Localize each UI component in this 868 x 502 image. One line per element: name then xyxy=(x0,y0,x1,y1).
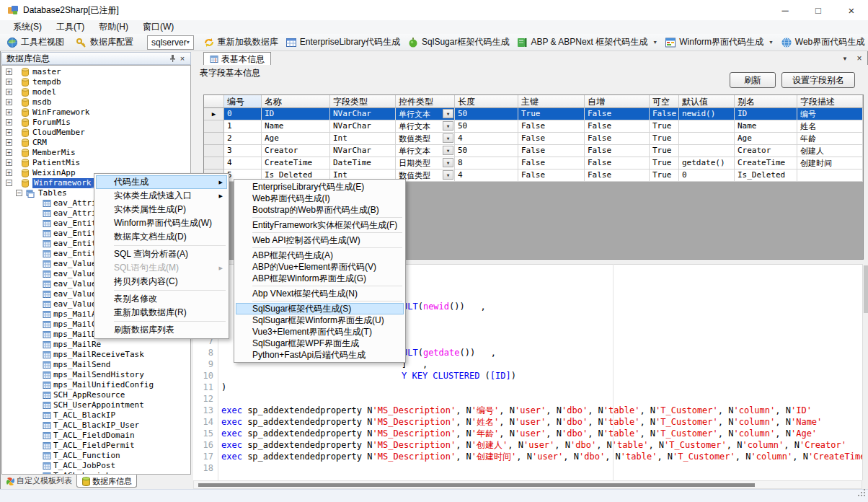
grid-cell[interactable]: 0 xyxy=(679,169,735,182)
column-header-名称[interactable]: 名称 xyxy=(262,95,330,108)
expand-icon[interactable]: + xyxy=(6,149,12,156)
column-header-默认值[interactable]: 默认值 xyxy=(679,95,735,108)
tree-node-label[interactable]: PatientMis xyxy=(32,158,80,168)
grid-cell[interactable]: False xyxy=(518,120,585,133)
context-menu-item-重新加载数据库(R)[interactable]: 重新加载数据库(R) xyxy=(96,306,227,320)
column-header-字段描述[interactable]: 字段描述 xyxy=(797,95,863,108)
tree-row[interactable]: +master xyxy=(2,67,190,77)
chevron-down-icon[interactable]: ▼ xyxy=(652,40,657,45)
grid-cell[interactable]: CreateTime xyxy=(262,157,330,169)
grid-cell[interactable]: NVarChar xyxy=(330,145,396,157)
submenu-item-ABP的Vue+Element界面代码(V)[interactable]: ABP的Vue+Element界面代码(V) xyxy=(236,261,404,273)
tree-node-label[interactable]: T_ACL_FieldPermit xyxy=(53,441,135,451)
grid-cell[interactable]: 1 xyxy=(224,120,262,133)
row-header[interactable] xyxy=(204,145,224,157)
tree-row[interactable]: +PatientMis xyxy=(2,158,190,168)
expand-icon[interactable]: + xyxy=(6,79,12,85)
grid-cell[interactable]: False xyxy=(650,108,679,120)
resize-grip-icon[interactable] xyxy=(857,487,866,500)
tree-row[interactable]: +CRM xyxy=(2,138,190,148)
column-header-字段类型[interactable]: 字段类型 xyxy=(330,95,396,108)
column-header-控件类型[interactable]: 控件类型 xyxy=(396,95,455,108)
grid-cell[interactable]: False xyxy=(518,145,585,157)
menu-窗口(W)[interactable]: 窗口(W) xyxy=(136,20,181,34)
collapse-icon[interactable]: − xyxy=(6,180,12,186)
database-type-combo[interactable]: sqlserver▾ xyxy=(147,35,194,50)
grid-cell[interactable]: ID xyxy=(735,108,797,120)
column-header-可空[interactable]: 可空 xyxy=(650,95,679,108)
tree-node-label[interactable]: Tables xyxy=(38,188,67,198)
dropdown-icon[interactable]: ▼ xyxy=(443,109,453,118)
grid-cell[interactable]: False xyxy=(585,133,650,145)
tree-row[interactable]: +CloudMember xyxy=(2,128,190,138)
minimize-button[interactable]: ─ xyxy=(769,0,802,20)
pin-icon[interactable] xyxy=(167,53,177,63)
grid-cell[interactable]: Name xyxy=(735,120,797,133)
grid-cell[interactable]: NVarChar xyxy=(330,120,396,133)
dropdown-icon[interactable]: ▼ xyxy=(443,133,453,143)
tree-node-label[interactable]: T_ACL_BlackIP_User xyxy=(53,420,139,431)
grid-cell[interactable]: 日期类型▼ xyxy=(396,157,455,169)
column-header-编号[interactable]: 编号 xyxy=(224,95,262,108)
tree-node-label[interactable]: WinFramework xyxy=(32,107,89,118)
grid-cell[interactable]: False xyxy=(585,120,650,133)
grid-cell[interactable] xyxy=(679,145,735,157)
tree-node-label[interactable]: SCH_AppResource xyxy=(53,390,125,400)
context-menu-item-Winform界面代码生成(W)[interactable]: Winform界面代码生成(W) xyxy=(96,216,227,230)
tree-node-label[interactable]: mps_MailReceiveTask xyxy=(53,350,144,360)
expand-icon[interactable]: + xyxy=(6,89,12,95)
context-menu-item-实体类生成快速入口[interactable]: 实体类生成快速入口▶ xyxy=(96,189,227,203)
expand-icon[interactable]: + xyxy=(6,169,12,176)
submenu-item-SqlSugar框架WPF界面生成[interactable]: SqlSugar框架WPF界面生成 xyxy=(236,338,404,349)
grid-cell[interactable]: True xyxy=(650,169,679,182)
grid-cell[interactable]: True xyxy=(650,133,679,145)
context-menu-item-代码生成[interactable]: 代码生成▶ xyxy=(96,175,227,189)
tree-row[interactable]: T_ACL_FieldDomain xyxy=(2,431,190,441)
tree-node-label[interactable]: master xyxy=(32,67,61,77)
collapse-icon[interactable]: − xyxy=(16,190,22,196)
tree-node-label[interactable]: CRM xyxy=(32,138,47,148)
submenu-item-EntityFramework实体框架代码生成(F)[interactable]: EntityFramework实体框架代码生成(F) xyxy=(236,219,404,231)
grid-cell[interactable]: Creator xyxy=(735,145,797,157)
grid-cell[interactable]: 年龄 xyxy=(797,133,863,145)
dropdown-icon[interactable]: ▼ xyxy=(443,170,453,180)
grid-cell[interactable]: False xyxy=(518,157,585,169)
menu-工具(T)[interactable]: 工具(T) xyxy=(49,20,92,34)
column-header-主键[interactable]: 主键 xyxy=(518,95,585,108)
column-header-长度[interactable]: 长度 xyxy=(455,95,518,108)
grid-cell[interactable]: getdate() xyxy=(679,157,735,169)
grid-cell[interactable]: 50 xyxy=(455,145,518,157)
grid-cell[interactable]: 单行文本▼ xyxy=(396,120,455,133)
close-tab-icon[interactable]: × xyxy=(855,53,864,63)
grid-cell[interactable]: 4 xyxy=(455,133,518,145)
tree-row[interactable]: mps_MailSendHistory xyxy=(2,370,190,380)
grid-cell[interactable]: ID xyxy=(262,108,330,120)
grid-cell[interactable]: 50 xyxy=(455,108,518,120)
submenu-item-Bootstrap的Web界面代码生成(B)[interactable]: Bootstrap的Web界面代码生成(B) xyxy=(236,204,404,216)
grid-cell[interactable]: 0 xyxy=(224,108,262,120)
tree-row[interactable]: +WinFramework xyxy=(2,107,190,118)
grid-cell[interactable]: False xyxy=(585,169,650,182)
tree-node-label[interactable]: CloudMember xyxy=(32,128,85,138)
tree-node-label[interactable]: mps_MailSendHistory xyxy=(53,370,144,380)
row-header[interactable] xyxy=(204,157,224,169)
grid-cell[interactable] xyxy=(679,133,735,145)
grid-cell[interactable]: 创建时间 xyxy=(797,157,863,169)
tree-row[interactable]: mps_MailUnifiedConfig xyxy=(2,380,190,390)
tab-table-basic-info[interactable]: 表基本信息 xyxy=(203,52,271,66)
tree-node-label[interactable]: WeixinApp xyxy=(32,168,76,178)
row-header[interactable] xyxy=(204,120,224,133)
tree-row[interactable]: T_ACL_BlackIP_User xyxy=(2,420,190,431)
context-menu-item-拷贝列表内容(C)[interactable]: 拷贝列表内容(C) xyxy=(96,275,227,289)
tree-node-label[interactable]: MemberMis xyxy=(32,148,76,158)
grid-cell[interactable]: False xyxy=(585,145,650,157)
toolbar-button-工具栏视图[interactable]: 工具栏视图 xyxy=(3,35,68,50)
grid-cell[interactable]: False xyxy=(518,133,585,145)
tree-row[interactable]: SCH_UserAppointment xyxy=(2,400,190,410)
tree-row[interactable]: mps_MailReceiveTask xyxy=(2,350,190,360)
grid-cell[interactable]: True xyxy=(518,108,585,120)
tree-row[interactable]: +ForumMis xyxy=(2,118,190,128)
context-menu-item-数据库文档生成(D)[interactable]: 数据库文档生成(D) xyxy=(96,230,227,244)
toolbar-button-ABP & ABPNext 框架代码生成[interactable]: ABP & ABPNext 框架代码生成▼ xyxy=(513,35,661,50)
column-header-别名[interactable]: 别名 xyxy=(735,95,797,108)
